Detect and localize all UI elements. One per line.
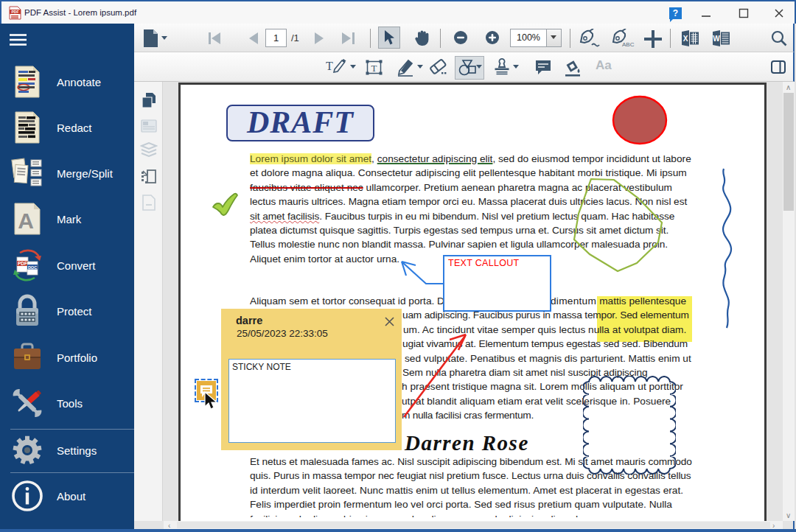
svg-text:PDF: PDF: [18, 261, 27, 266]
svg-text:ABC: ABC: [622, 41, 635, 48]
svg-text:DOC: DOC: [28, 265, 37, 270]
svg-text:X: X: [683, 35, 688, 43]
svg-text:A: A: [18, 209, 34, 233]
svg-text:W: W: [713, 35, 720, 43]
svg-text:T: T: [326, 60, 333, 72]
svg-text:PDF: PDF: [12, 10, 19, 14]
svg-text:T: T: [371, 63, 377, 74]
